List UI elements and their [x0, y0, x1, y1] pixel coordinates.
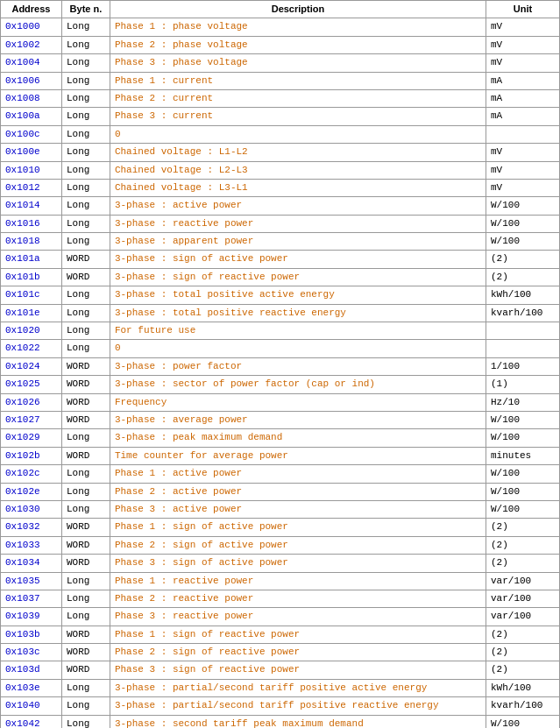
cell-type: WORD [61, 661, 110, 679]
cell-unit: W/100 [486, 215, 560, 232]
cell-address: 0x100e [1, 144, 62, 161]
cell-unit: kvarh/100 [486, 304, 560, 322]
cell-type: Long [61, 197, 110, 215]
cell-unit: mV [486, 161, 560, 179]
cell-address: 0x103e [1, 679, 62, 696]
cell-unit [486, 322, 560, 340]
cell-description: 0 [110, 125, 486, 143]
cell-description: Phase 1 : sign of reactive power [110, 626, 486, 643]
cell-type: Long [61, 36, 110, 53]
cell-type: Long [61, 465, 110, 483]
cell-description: Phase 2 : current [110, 89, 486, 107]
cell-address: 0x1025 [1, 376, 62, 393]
cell-description: Phase 1 : sign of active power [110, 519, 486, 536]
cell-address: 0x1014 [1, 197, 62, 215]
cell-type: Long [61, 572, 110, 590]
cell-address: 0x1039 [1, 608, 62, 626]
cell-description: Phase 3 : sign of active power [110, 555, 486, 572]
cell-description: Chained voltage : L1-L2 [110, 144, 486, 161]
cell-description: Phase 2 : sign of active power [110, 536, 486, 554]
cell-unit: W/100 [486, 197, 560, 215]
table-row: 0x1022Long0 [1, 340, 560, 357]
cell-description: 3-phase : sector of power factor (cap or… [110, 376, 486, 393]
cell-description: Phase 3 : sign of reactive power [110, 661, 486, 679]
cell-unit: W/100 [486, 411, 560, 428]
cell-description: Time counter for average power [110, 447, 486, 464]
cell-address: 0x101a [1, 251, 62, 268]
table-row: 0x1014Long3-phase : active powerW/100 [1, 197, 560, 215]
cell-unit: (2) [486, 268, 560, 286]
table-row: 0x1029Long3-phase : peak maximum demandW… [1, 429, 560, 447]
register-table: Address Byte n. Description Unit 0x1000L… [0, 0, 560, 728]
cell-type: Long [61, 144, 110, 161]
table-row: 0x1032WORDPhase 1 : sign of active power… [1, 519, 560, 536]
cell-address: 0x1002 [1, 36, 62, 53]
cell-unit: (2) [486, 251, 560, 268]
cell-description: 3-phase : sign of active power [110, 251, 486, 268]
cell-description: 0 [110, 340, 486, 357]
table-row: 0x1025WORD3-phase : sector of power fact… [1, 376, 560, 393]
cell-description: 3-phase : apparent power [110, 233, 486, 251]
cell-address: 0x1012 [1, 179, 62, 196]
cell-type: Long [61, 108, 110, 125]
cell-unit: Hz/10 [486, 393, 560, 411]
cell-address: 0x103d [1, 661, 62, 679]
cell-unit: kWh/100 [486, 286, 560, 304]
cell-description: Phase 3 : phase voltage [110, 54, 486, 72]
table-row: 0x1004LongPhase 3 : phase voltagemV [1, 54, 560, 72]
cell-description: Phase 2 : active power [110, 483, 486, 500]
cell-address: 0x1020 [1, 322, 62, 340]
cell-address: 0x1042 [1, 715, 62, 728]
cell-type: Long [61, 697, 110, 715]
cell-unit: W/100 [486, 465, 560, 483]
cell-description: For future use [110, 322, 486, 340]
cell-address: 0x101c [1, 286, 62, 304]
cell-unit: (2) [486, 536, 560, 554]
cell-address: 0x100c [1, 125, 62, 143]
table-row: 0x100cLong0 [1, 125, 560, 143]
cell-unit: var/100 [486, 608, 560, 626]
table-row: 0x1024WORD3-phase : power factor1/100 [1, 357, 560, 375]
cell-unit: 1/100 [486, 357, 560, 375]
cell-unit: var/100 [486, 572, 560, 590]
cell-description: Phase 1 : phase voltage [110, 18, 486, 36]
table-row: 0x102cLongPhase 1 : active powerW/100 [1, 465, 560, 483]
header-byte: Byte n. [61, 1, 110, 18]
cell-description: Chained voltage : L2-L3 [110, 161, 486, 179]
cell-unit: kWh/100 [486, 679, 560, 696]
cell-description: 3-phase : sign of reactive power [110, 268, 486, 286]
header-address: Address [1, 1, 62, 18]
table-row: 0x101eLong3-phase : total positive react… [1, 304, 560, 322]
cell-description: Phase 2 : reactive power [110, 590, 486, 607]
cell-unit [486, 125, 560, 143]
cell-description: Phase 1 : active power [110, 465, 486, 483]
cell-type: WORD [61, 536, 110, 554]
cell-unit: (2) [486, 644, 560, 661]
table-row: 0x1040Long3-phase : partial/second tarif… [1, 697, 560, 715]
table-row: 0x101aWORD3-phase : sign of active power… [1, 251, 560, 268]
cell-address: 0x1040 [1, 697, 62, 715]
cell-unit: mV [486, 144, 560, 161]
cell-address: 0x103c [1, 644, 62, 661]
cell-unit: (2) [486, 661, 560, 679]
table-row: 0x1008LongPhase 2 : currentmA [1, 89, 560, 107]
table-row: 0x1016Long3-phase : reactive powerW/100 [1, 215, 560, 232]
cell-unit: mV [486, 54, 560, 72]
cell-address: 0x1026 [1, 393, 62, 411]
cell-type: Long [61, 286, 110, 304]
cell-address: 0x102c [1, 465, 62, 483]
table-row: 0x1030LongPhase 3 : active powerW/100 [1, 500, 560, 518]
table-row: 0x103dWORDPhase 3 : sign of reactive pow… [1, 661, 560, 679]
table-row: 0x100aLongPhase 3 : currentmA [1, 108, 560, 125]
cell-type: WORD [61, 376, 110, 393]
cell-unit [486, 340, 560, 357]
cell-address: 0x101e [1, 304, 62, 322]
table-row: 0x1026WORDFrequencyHz/10 [1, 393, 560, 411]
cell-type: Long [61, 715, 110, 728]
cell-description: 3-phase : peak maximum demand [110, 429, 486, 447]
cell-unit: mA [486, 72, 560, 89]
cell-address: 0x1034 [1, 555, 62, 572]
cell-description: 3-phase : active power [110, 197, 486, 215]
cell-address: 0x101b [1, 268, 62, 286]
cell-unit: var/100 [486, 590, 560, 607]
